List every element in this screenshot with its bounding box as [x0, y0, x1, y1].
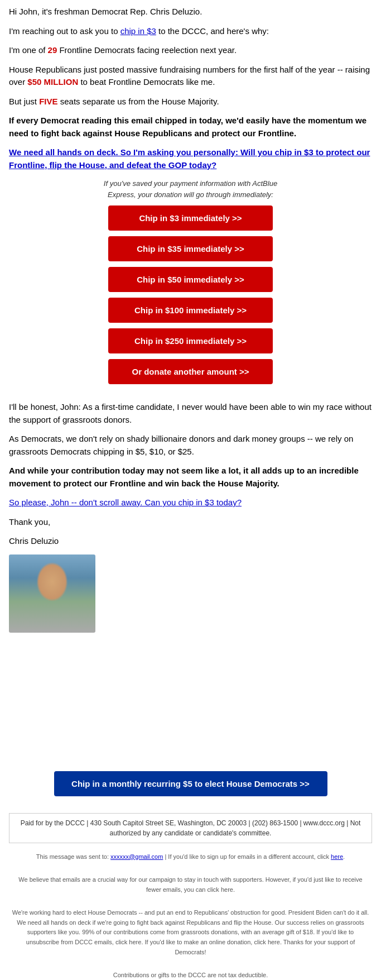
footer-working-hard: We're working hard to elect House Democr… [0, 905, 381, 967]
para3-amount: $50 MILLION [27, 77, 78, 87]
chip3-link[interactable]: chip in $3 [120, 26, 156, 36]
thanks-text: Thank you, [9, 516, 372, 529]
para1: I'm reaching out to ask you to chip in $… [9, 25, 372, 38]
footer-fewer-emails: We believe that emails are a crucial way… [0, 872, 381, 905]
signature-text: Chris Deluzio [9, 535, 372, 548]
para2-pre: I'm one of [9, 45, 48, 55]
para2: I'm one of 29 Frontline Democrats facing… [9, 44, 372, 57]
chip250-button[interactable]: Chip in $250 immediately >> [108, 328, 273, 353]
other-amount-button[interactable]: Or donate another amount >> [108, 359, 273, 384]
para5: If every Democrat reading this email chi… [9, 114, 372, 140]
movement-para: And while your contribution today may no… [9, 465, 372, 490]
monthly-button[interactable]: Chip in a monthly recurring $5 to elect … [54, 771, 327, 796]
chip50-button[interactable]: Chip in $50 immediately >> [108, 267, 273, 292]
para4-pre: But just [9, 97, 39, 106]
paid-for-disclosure: Paid for by the DCCC | 430 South Capitol… [9, 813, 372, 843]
footer1-mid: | If you'd like to sign up for emails in… [163, 853, 331, 860]
para3: House Republicans just posted massive fu… [9, 64, 372, 89]
big-cta-link[interactable]: We need all hands on deck. So I'm asking… [9, 146, 372, 171]
footer1-email[interactable]: xxxxxx@gmail.com [110, 853, 163, 860]
chip3-button[interactable]: Chip in $3 immediately >> [108, 205, 273, 231]
honest-para: I'll be honest, John: As a first-time ca… [9, 401, 372, 426]
spacer [9, 637, 372, 749]
footer1-end: . [343, 853, 345, 860]
chip35-button[interactable]: Chip in $35 immediately >> [108, 236, 273, 261]
chip100-button[interactable]: Chip in $100 immediately >> [108, 298, 273, 323]
footer-tax-note: Contributions or gifts to the DCCC are n… [0, 967, 381, 980]
footer1-pre: This message was sent to: [36, 853, 110, 860]
greeting-text: Hi John, it's freshman Democrat Rep. Chr… [9, 6, 372, 18]
para3-post: to beat Frontline Democrats like me. [78, 77, 215, 87]
grassroots-para: As Democrats, we don't rely on shady bil… [9, 433, 372, 458]
donation-buttons-section: If you've saved your payment information… [9, 178, 372, 390]
footer-message-sent: This message was sent to: xxxxxx@gmail.c… [0, 849, 381, 872]
para4: But just FIVE seats separate us from the… [9, 95, 372, 108]
photo-image [9, 554, 95, 633]
para2-post: Frontline Democrats facing reelection ne… [57, 45, 237, 55]
footer1-here-link[interactable]: here [331, 853, 343, 860]
final-cta-link[interactable]: So please, John -- don't scroll away. Ca… [9, 496, 372, 509]
footer-cta-section: Chip in a monthly recurring $5 to elect … [0, 754, 381, 807]
para1-pre: I'm reaching out to ask you to [9, 26, 120, 36]
para1-post: to the DCCC, and here's why: [156, 26, 269, 36]
para4-bold: FIVE [39, 97, 57, 106]
actblue-note: If you've saved your payment information… [104, 178, 277, 200]
para4-post: seats separate us from the House Majorit… [58, 97, 219, 106]
para2-num: 29 [48, 45, 57, 55]
